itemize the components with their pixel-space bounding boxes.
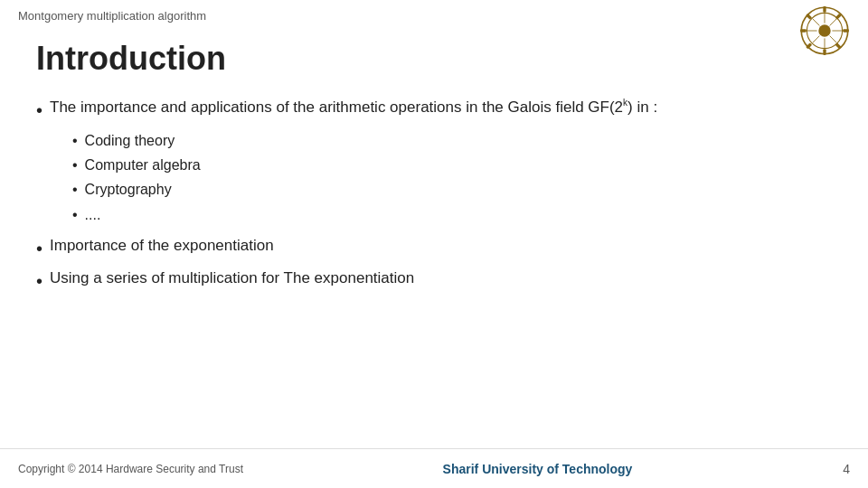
footer-university: Sharif University of Technology bbox=[243, 462, 832, 476]
footer-copyright: Copyright © 2014 Hardware Security and T… bbox=[18, 463, 243, 475]
svg-rect-4 bbox=[823, 49, 826, 55]
bullet-text-3: Using a series of multiplication for The… bbox=[50, 267, 832, 290]
sub-bullet-coding-theory: • Coding theory bbox=[72, 128, 832, 153]
bullet-2: • Importance of the exponentiation bbox=[36, 234, 832, 261]
sub-bullet-cryptography: • Cryptography bbox=[72, 177, 832, 202]
slide-container: Montgomery multiplication algorithm bbox=[0, 0, 868, 488]
sub-dot-2: • bbox=[72, 153, 78, 177]
sub-bullet-ellipsis: • .... bbox=[72, 202, 832, 227]
footer: Copyright © 2014 Hardware Security and T… bbox=[0, 448, 868, 488]
sub-dot-1: • bbox=[72, 128, 78, 153]
bullet-dot-1: • bbox=[36, 98, 42, 123]
svg-rect-3 bbox=[823, 6, 826, 13]
svg-line-15 bbox=[813, 19, 820, 26]
svg-rect-5 bbox=[800, 29, 807, 32]
bullet-text-2: Importance of the exponentiation bbox=[50, 234, 832, 258]
svg-rect-6 bbox=[843, 29, 849, 32]
bullet-dot-2: • bbox=[36, 236, 42, 261]
sub-label-ellipsis: .... bbox=[85, 202, 101, 227]
svg-line-17 bbox=[830, 19, 837, 26]
sub-dot-4: • bbox=[72, 202, 78, 227]
svg-point-2 bbox=[818, 24, 830, 36]
bullet-text-1: The importance and applications of the a… bbox=[50, 96, 832, 119]
logo-container bbox=[799, 5, 854, 60]
sub-label-computer-algebra: Computer algebra bbox=[85, 153, 201, 177]
sub-label-coding-theory: Coding theory bbox=[85, 128, 175, 153]
bullet-3: • Using a series of multiplication for T… bbox=[36, 267, 832, 294]
slide-title: Montgomery multiplication algorithm bbox=[18, 9, 206, 23]
bullet-1: • The importance and applications of the… bbox=[36, 96, 832, 123]
sub-bullets-list: • Coding theory • Computer algebra • Cry… bbox=[72, 128, 832, 227]
sub-bullet-computer-algebra: • Computer algebra bbox=[72, 153, 832, 177]
bullet-dot-3: • bbox=[36, 268, 42, 294]
top-bar: Montgomery multiplication algorithm bbox=[0, 0, 868, 31]
slide-heading: Introduction bbox=[36, 40, 832, 78]
svg-line-16 bbox=[830, 36, 837, 43]
svg-line-18 bbox=[813, 36, 820, 43]
university-logo bbox=[799, 5, 850, 56]
main-content: Introduction • The importance and applic… bbox=[0, 31, 868, 308]
footer-page-number: 4 bbox=[832, 462, 850, 476]
sub-label-cryptography: Cryptography bbox=[85, 177, 172, 202]
sub-dot-3: • bbox=[72, 177, 78, 202]
